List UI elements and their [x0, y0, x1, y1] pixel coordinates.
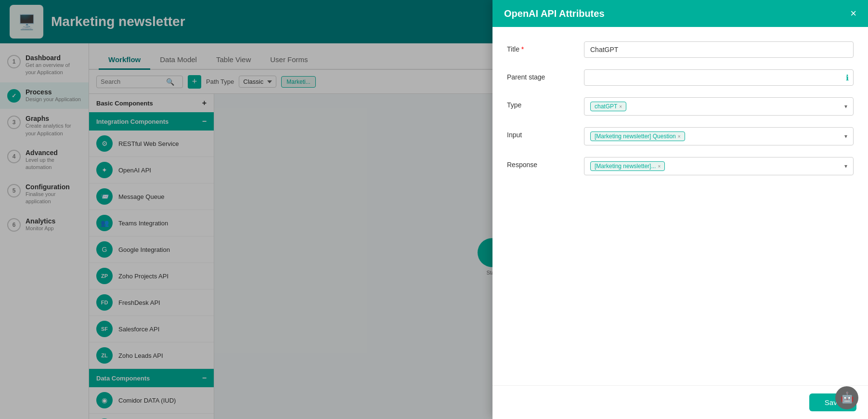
parent-stage-label: Parent stage	[507, 69, 574, 81]
type-tag: chatGPT ×	[590, 102, 626, 111]
modal-footer: Save	[492, 385, 868, 419]
response-tag-value: [Marketing newsletter]...	[595, 163, 656, 170]
input-field-wrap: [Marketing newsletter] Question × ▾	[584, 127, 854, 145]
modal-panel: OpenAI API Attributes × Title * Parent s…	[492, 0, 868, 419]
type-tag-remove[interactable]: ×	[619, 104, 622, 109]
type-select-arrow: ▾	[844, 103, 847, 110]
type-select[interactable]: chatGPT × ▾	[584, 97, 854, 116]
input-tag: [Marketing newsletter] Question ×	[590, 131, 685, 141]
modal-close-button[interactable]: ×	[850, 8, 856, 19]
modal-header: OpenAI API Attributes ×	[492, 0, 868, 27]
response-tag: [Marketing newsletter]... ×	[590, 161, 665, 171]
input-select[interactable]: [Marketing newsletter] Question × ▾	[584, 127, 854, 145]
response-row: Response [Marketing newsletter]... × ▾	[507, 157, 854, 175]
response-select-arrow: ▾	[844, 163, 847, 170]
type-label: Type	[507, 97, 574, 109]
title-required-star: *	[521, 45, 524, 53]
title-row: Title *	[507, 41, 854, 58]
response-field-wrap: [Marketing newsletter]... × ▾	[584, 157, 854, 175]
input-row: Input [Marketing newsletter] Question × …	[507, 127, 854, 145]
info-icon[interactable]: ℹ	[846, 73, 849, 82]
modal-overlay: OpenAI API Attributes × Title * Parent s…	[0, 0, 868, 419]
input-tag-remove[interactable]: ×	[678, 134, 681, 139]
response-select[interactable]: [Marketing newsletter]... × ▾	[584, 157, 854, 175]
title-field-label: Title *	[507, 41, 574, 53]
type-field-wrap: chatGPT × ▾	[584, 97, 854, 116]
response-tag-remove[interactable]: ×	[658, 164, 661, 169]
modal-title: OpenAI API Attributes	[504, 8, 605, 19]
parent-stage-input[interactable]	[584, 69, 854, 86]
modal-body: Title * Parent stage ℹ Type	[492, 27, 868, 385]
input-select-arrow: ▾	[844, 133, 847, 140]
type-tag-value: chatGPT	[595, 103, 617, 110]
type-row: Type chatGPT × ▾	[507, 97, 854, 116]
input-tag-value: [Marketing newsletter] Question	[595, 133, 676, 140]
response-label: Response	[507, 157, 574, 169]
corner-avatar[interactable]: 🤖	[835, 386, 858, 409]
title-field-wrap	[584, 41, 854, 58]
input-label: Input	[507, 127, 574, 139]
parent-stage-wrap: ℹ	[584, 69, 854, 86]
parent-stage-row: Parent stage ℹ	[507, 69, 854, 86]
title-input[interactable]	[584, 41, 854, 58]
